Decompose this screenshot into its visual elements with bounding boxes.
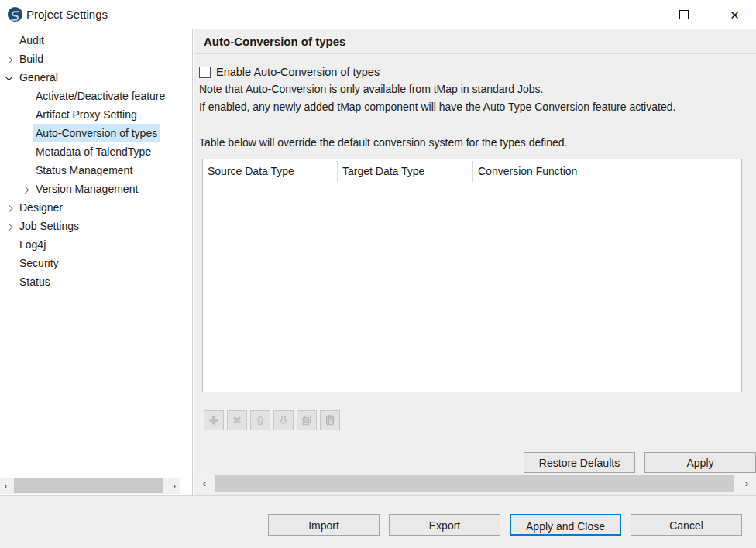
chevron-right-icon[interactable] xyxy=(5,205,13,213)
move-down-icon xyxy=(278,415,289,426)
page-title: Auto-Conversion of types xyxy=(194,29,756,54)
sidebar-item-status-management[interactable]: Status Management xyxy=(0,161,192,180)
restore-defaults-button[interactable]: Restore Defaults xyxy=(524,452,635,473)
sidebar-item-log4j[interactable]: Log4j xyxy=(0,235,192,254)
sidebar-item-label: Job Settings xyxy=(17,217,81,235)
move-up-icon xyxy=(255,415,266,426)
tree: Audit Build General Activate/Deactivate … xyxy=(0,29,192,291)
sidebar-item-auto-conversion-of-types[interactable]: Auto-Conversion of types xyxy=(0,124,192,142)
sidebar-item-label-selected: Auto-Conversion of types xyxy=(33,124,160,142)
chevron-right-icon[interactable] xyxy=(5,224,13,231)
column-divider xyxy=(472,161,473,182)
sidebar-item-label: Artifact Proxy Setting xyxy=(33,105,139,124)
sidebar-item-artifact-proxy-setting[interactable]: Artifact Proxy Setting xyxy=(0,105,192,124)
enable-auto-conversion-row: Enable Auto-Conversion of types xyxy=(199,66,380,78)
app-logo-icon xyxy=(7,6,23,22)
sidebar-item-activate-deactivate-feature[interactable]: Activate/Deactivate feature xyxy=(0,87,192,105)
dialog-footer: Import Export Apply and Close Cancel xyxy=(0,495,756,548)
conversion-table[interactable]: Source Data Type Target Data Type Conver… xyxy=(202,159,742,392)
enable-auto-conversion-label: Enable Auto-Conversion of types xyxy=(216,66,380,78)
scroll-right-icon[interactable]: › xyxy=(741,474,753,493)
auto-conversion-panel: Auto-Conversion of types Enable Auto-Con… xyxy=(194,29,756,495)
maximize-button[interactable] xyxy=(666,0,701,29)
sidebar-item-security[interactable]: Security xyxy=(0,254,192,272)
copy-button[interactable] xyxy=(297,410,317,430)
column-header-target-data-type[interactable]: Target Data Type xyxy=(342,165,424,177)
sidebar-item-status[interactable]: Status xyxy=(0,272,192,291)
sidebar-item-label: General xyxy=(17,68,60,87)
sidebar-item-version-management[interactable]: Version Management xyxy=(0,180,192,198)
sidebar-item-label: Designer xyxy=(17,198,65,217)
sidebar-item-label: Version Management xyxy=(33,180,140,198)
paste-icon xyxy=(325,415,335,426)
sidebar-item-job-settings[interactable]: Job Settings xyxy=(0,217,192,235)
main-horizontal-scrollbar[interactable]: ‹ › xyxy=(198,474,753,493)
scroll-left-icon[interactable]: ‹ xyxy=(198,474,211,493)
note-line-1: Note that Auto-Conversion is only availa… xyxy=(199,83,543,95)
paste-button[interactable] xyxy=(320,410,340,430)
column-header-conversion-function[interactable]: Conversion Function xyxy=(478,165,577,177)
column-divider xyxy=(337,161,338,182)
note-line-2: If enabled, any newly added tMap compone… xyxy=(199,101,675,113)
delete-icon xyxy=(232,415,242,426)
column-header-source-data-type[interactable]: Source Data Type xyxy=(208,165,294,177)
settings-tree: Audit Build General Activate/Deactivate … xyxy=(0,29,193,495)
scroll-right-icon[interactable]: › xyxy=(168,478,180,494)
apply-button[interactable]: Apply xyxy=(644,452,756,473)
chevron-right-icon[interactable] xyxy=(22,187,29,194)
sidebar-item-label: Build xyxy=(17,50,46,68)
sidebar-horizontal-scrollbar[interactable]: ‹ › xyxy=(0,478,180,494)
scrollbar-thumb[interactable] xyxy=(215,475,734,492)
table-caption: Table below will override the default co… xyxy=(199,136,567,149)
sidebar-item-audit[interactable]: Audit xyxy=(0,31,192,50)
sidebar-item-label: Status Management xyxy=(33,161,135,180)
import-button[interactable]: Import xyxy=(268,514,380,536)
window-title: Project Settings xyxy=(26,0,108,29)
sidebar-item-build[interactable]: Build xyxy=(0,50,192,68)
sidebar-item-general[interactable]: General xyxy=(0,68,192,87)
sidebar-item-label: Security xyxy=(17,254,61,272)
sidebar-item-label: Log4j xyxy=(17,235,48,254)
copy-icon xyxy=(301,415,312,426)
sidebar-item-label: Status xyxy=(17,272,53,291)
chevron-right-icon[interactable] xyxy=(5,57,13,64)
minimize-icon xyxy=(629,15,637,15)
table-toolbar xyxy=(204,410,343,430)
maximize-icon xyxy=(679,10,689,19)
close-icon: ✕ xyxy=(730,9,740,21)
add-icon xyxy=(208,415,219,426)
sidebar-item-metadata-of-talendtype[interactable]: Metadata of TalendType xyxy=(0,142,192,161)
titlebar: Project Settings ✕ xyxy=(0,0,756,29)
scrollbar-thumb[interactable] xyxy=(14,478,163,493)
chevron-down-icon[interactable] xyxy=(5,74,13,81)
sidebar-item-label: Activate/Deactivate feature xyxy=(33,87,167,105)
close-button[interactable]: ✕ xyxy=(717,0,752,29)
sidebar-item-label: Metadata of TalendType xyxy=(33,142,153,161)
apply-and-close-button[interactable]: Apply and Close xyxy=(510,514,621,536)
minimize-button[interactable] xyxy=(616,0,651,29)
move-down-button[interactable] xyxy=(273,410,294,430)
project-settings-dialog: Project Settings ✕ Audit Build General A… xyxy=(0,0,756,548)
move-up-button[interactable] xyxy=(250,410,270,430)
add-row-button[interactable] xyxy=(204,410,224,430)
cancel-button[interactable]: Cancel xyxy=(631,514,742,536)
sidebar-item-designer[interactable]: Designer xyxy=(0,198,192,217)
enable-auto-conversion-checkbox[interactable] xyxy=(199,67,211,78)
sidebar-item-label: Audit xyxy=(17,31,46,50)
scroll-left-icon[interactable]: ‹ xyxy=(0,478,12,494)
delete-row-button[interactable] xyxy=(227,410,247,430)
export-button[interactable]: Export xyxy=(389,514,500,536)
